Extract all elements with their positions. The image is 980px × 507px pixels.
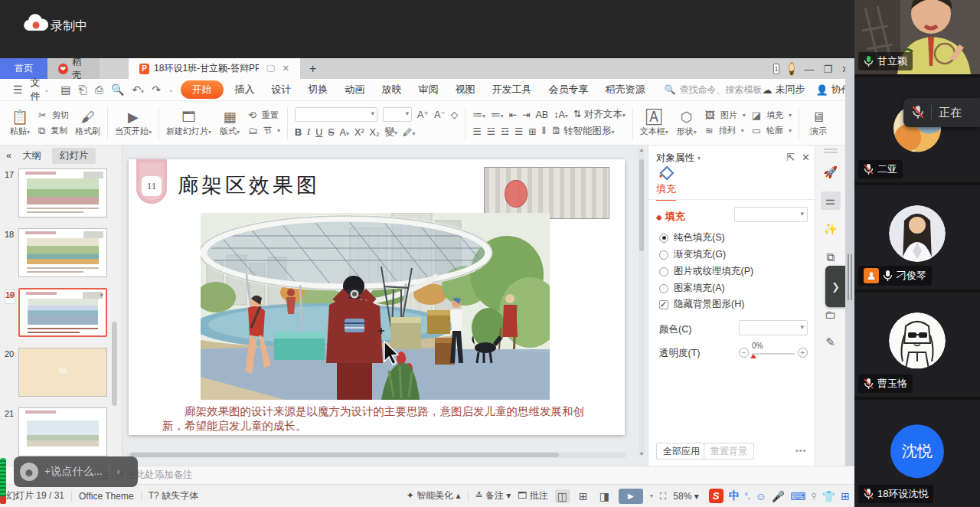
decrease-font-icon[interactable]: A⁻ (434, 109, 446, 120)
fill-tab[interactable]: 填充 (656, 182, 676, 201)
solid-fill-radio[interactable]: 纯色填充(S) (659, 231, 725, 244)
ribbon-tab-home[interactable]: 开始 (181, 80, 224, 99)
line-spacing-button[interactable]: ↕A▾ (554, 110, 568, 120)
command-search[interactable]: 🔍 查找命令、搜索模板 (665, 83, 763, 96)
slides-tab[interactable]: 幻灯片 (52, 148, 96, 164)
slide-thumbnail-19-selected[interactable] (18, 288, 107, 337)
paste-button[interactable]: 📋粘贴▾ (5, 109, 35, 137)
account-avatar[interactable] (789, 62, 795, 76)
site-plan-thumbnail[interactable] (484, 167, 609, 219)
sync-status[interactable]: ☁未同步 (763, 83, 805, 96)
message-badge[interactable]: 1 (773, 64, 779, 74)
current-slide[interactable]: 11 廊架区效果图 (129, 159, 625, 435)
duplicate-window-icon[interactable]: ⧉ (821, 248, 841, 267)
object-properties-icon[interactable]: ⚌ (821, 191, 841, 210)
mic-muted-icon[interactable] (912, 106, 924, 119)
normal-view-icon[interactable]: ◫ (555, 489, 570, 503)
present-button[interactable]: 🖥演示 (803, 109, 834, 137)
restore-button[interactable]: ❐ (823, 64, 832, 75)
transparency-slider[interactable]: − 0% + (739, 347, 808, 359)
chat-input-placeholder[interactable]: +说点什么... (44, 465, 103, 479)
emoji-icon[interactable]: ☻ (20, 463, 38, 481)
superscript-button[interactable]: X² (354, 127, 364, 138)
ime-punctuation-icon[interactable]: °, (745, 492, 750, 500)
slider-minus-icon[interactable]: − (739, 348, 749, 358)
slide-thumbnail-17[interactable] (18, 168, 107, 218)
fit-window-icon[interactable]: ⛶ (660, 491, 666, 502)
slide-canvas[interactable]: 11 廊架区效果图 (122, 146, 648, 466)
increase-font-icon[interactable]: A⁺ (417, 109, 429, 120)
share-screen-icon[interactable]: 🖵 (266, 64, 275, 74)
pergola-rendering-image[interactable] (201, 213, 550, 400)
ime-grid-icon[interactable]: ⊞ (841, 490, 850, 502)
highlight-button[interactable]: 🖉▾ (403, 127, 416, 138)
ribbon-tab-review[interactable]: 审阅 (410, 80, 447, 99)
meeting-chat-bar[interactable]: ☻ +说点什么... ‹ (14, 456, 138, 487)
collapse-panel-icon[interactable]: « (6, 150, 11, 161)
quick-tools-rocket-icon[interactable]: 🚀 (821, 163, 841, 182)
clear-format-icon[interactable]: ◇ (451, 109, 459, 120)
smart-effects-icon[interactable]: ✨ (821, 220, 841, 238)
bold-button[interactable]: B (295, 127, 302, 138)
subscript-button[interactable]: X₂ (369, 127, 379, 138)
gradient-fill-radio[interactable]: 渐变填充(G) (659, 248, 726, 261)
scroll-up-icon[interactable]: ▲ (639, 147, 645, 152)
cut-button[interactable]: ✂剪切 (38, 110, 69, 121)
theme-name[interactable]: Office Theme (79, 491, 134, 502)
output-icon[interactable]: ⎗ (75, 83, 91, 96)
undo-icon[interactable]: ↶▾ (128, 83, 148, 96)
print-preview-icon[interactable]: 🔍 (107, 83, 128, 96)
ime-emoji-icon[interactable]: ☺ (755, 490, 766, 502)
ribbon-tab-docer-res[interactable]: 稻壳资源 (597, 80, 654, 99)
align-left-button[interactable]: ☰ (472, 126, 481, 137)
chat-collapse-icon[interactable]: ‹ (117, 466, 120, 477)
comment-button[interactable]: 🗔 批注 (518, 489, 547, 502)
participant-tile-ganliying[interactable]: 甘立颖 (854, 0, 980, 74)
columns-button[interactable]: ⫴ (542, 126, 546, 137)
redo-icon[interactable]: ↷ (148, 83, 165, 96)
textbox-button[interactable]: 🄰文本框▾ (637, 109, 671, 137)
slideshow-play-button[interactable]: ▶ (619, 489, 643, 504)
decrease-indent-button[interactable]: ⇤ (508, 109, 516, 120)
new-tab-button[interactable]: + (300, 58, 325, 79)
vertical-scrollbar[interactable]: ▲ ▼ (639, 149, 645, 455)
panel-expand-handle[interactable]: ❯ (825, 266, 846, 307)
format-painter-button[interactable]: 🖌格式刷 (72, 109, 103, 137)
thumbnail-scrollbar[interactable] (112, 322, 117, 406)
ime-keyboard-icon[interactable]: ⌨ (790, 490, 805, 502)
ribbon-tab-devtools[interactable]: 开发工具 (484, 80, 541, 99)
font-size-select[interactable] (383, 107, 412, 122)
panel-grip[interactable] (824, 149, 838, 150)
slide-caption-text[interactable]: 廊架效果图的设计来源是以魔方为设计的主要思路，意图启发儿童的思维发展和创新，希望… (162, 404, 596, 433)
slide-title[interactable]: 廊架区效果图 (178, 172, 320, 199)
play-options-icon[interactable]: ▾ (650, 492, 653, 499)
quickbar-more-icon[interactable]: ⌄ (165, 87, 178, 93)
color-dropdown[interactable] (739, 320, 808, 335)
file-menu[interactable]: ☰ 文件 ⌄ (0, 76, 57, 103)
picture-fill-radio[interactable]: 图片或纹理填充(P) (659, 265, 753, 278)
ribbon-tab-insert[interactable]: 插入 (227, 80, 263, 99)
ime-language-icon[interactable]: 中 (729, 489, 740, 503)
shape-button[interactable]: ⬡形状▾ (671, 109, 702, 137)
smart-graphic-button[interactable]: 🖺 转智能图形▾ (551, 125, 615, 138)
section-button[interactable]: 🗂节▾ (248, 125, 280, 136)
sidebar-collapse-handle[interactable] (848, 254, 849, 300)
layout-button[interactable]: ▦版式▾ (214, 109, 245, 137)
ribbon-tab-member[interactable]: 会员专享 (541, 80, 597, 99)
ribbon-tab-view[interactable]: 视图 (447, 80, 484, 99)
participant-tile-erya[interactable]: 正在 二亚 (854, 77, 980, 182)
pen-tool-icon[interactable]: ✎ (821, 333, 841, 352)
font-color-button[interactable]: A▾ (340, 127, 349, 138)
panel-more-icon[interactable]: ••• (795, 446, 807, 455)
number-list-button[interactable]: ≕▾ (491, 109, 504, 120)
reset-background-button[interactable]: 重置背景 (704, 443, 754, 460)
align-text-button[interactable]: ⇅ 对齐文本▾ (573, 108, 626, 121)
ribbon-tab-animation[interactable]: 动画 (337, 80, 374, 99)
fill-button[interactable]: ◪填充▾ (752, 110, 792, 121)
strikethrough-button[interactable]: S (328, 127, 334, 138)
text-direction-button[interactable]: AB (535, 110, 548, 120)
tab-document[interactable]: P 18环设1班-甘立颖-答辩PPT 🖵 ✕ (129, 58, 300, 79)
increase-indent-button[interactable]: ⇥ (522, 109, 530, 120)
outline-button[interactable]: ▭轮廓▾ (752, 125, 792, 136)
reset-button[interactable]: ⟲重置 (248, 110, 280, 121)
